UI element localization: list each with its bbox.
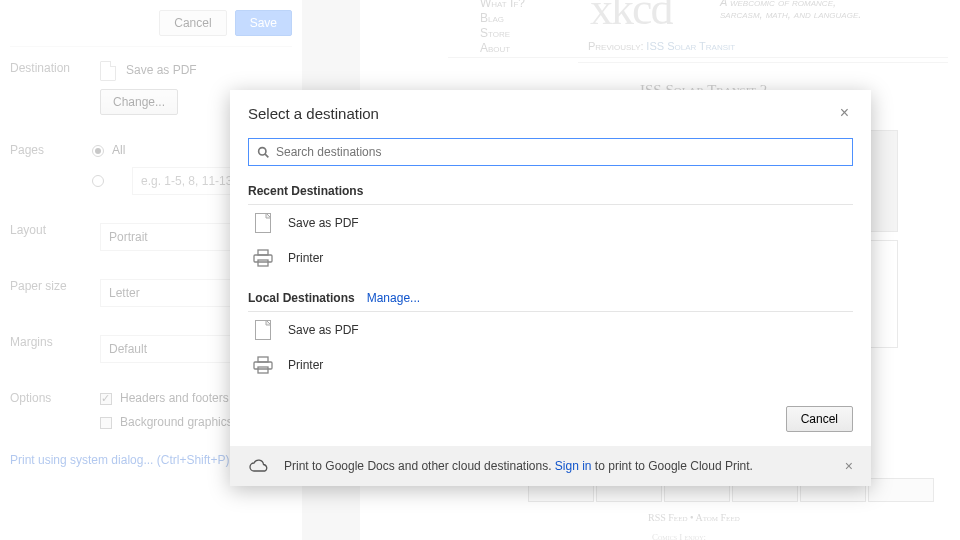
- search-input[interactable]: [270, 143, 844, 161]
- cloud-print-bar: Print to Google Docs and other cloud des…: [230, 446, 871, 486]
- svg-rect-4: [254, 255, 272, 262]
- dest-save-as-pdf-local[interactable]: Save as PDF: [248, 312, 853, 348]
- cloud-text-post: to print to Google Cloud Print.: [592, 459, 753, 473]
- pdf-icon: [252, 213, 274, 233]
- svg-rect-7: [258, 357, 268, 362]
- dest-printer[interactable]: Printer: [248, 241, 853, 275]
- printer-icon: [252, 356, 274, 374]
- cancel-button[interactable]: Cancel: [786, 406, 853, 432]
- svg-rect-3: [258, 250, 268, 255]
- svg-line-1: [265, 154, 268, 157]
- cloud-text-pre: Print to Google Docs and other cloud des…: [284, 459, 555, 473]
- dest-label: Printer: [288, 358, 323, 372]
- svg-rect-5: [258, 260, 268, 266]
- dest-save-as-pdf[interactable]: Save as PDF: [248, 205, 853, 241]
- dest-label: Printer: [288, 251, 323, 265]
- search-field-wrap[interactable]: [248, 138, 853, 166]
- svg-rect-8: [254, 362, 272, 369]
- local-destinations-header: Local DestinationsManage...: [248, 287, 853, 312]
- close-icon[interactable]: ×: [845, 458, 853, 474]
- close-icon[interactable]: ×: [836, 104, 853, 122]
- dest-printer-local[interactable]: Printer: [248, 348, 853, 382]
- svg-rect-9: [258, 367, 268, 373]
- select-destination-dialog: Select a destination × Recent Destinatio…: [230, 90, 871, 486]
- dest-label: Save as PDF: [288, 323, 359, 337]
- search-icon: [257, 146, 270, 159]
- dialog-title: Select a destination: [248, 105, 379, 122]
- printer-icon: [252, 249, 274, 267]
- manage-link[interactable]: Manage...: [367, 291, 420, 305]
- svg-point-0: [259, 147, 266, 154]
- pdf-icon: [252, 320, 274, 340]
- sign-in-link[interactable]: Sign in: [555, 459, 592, 473]
- recent-destinations-header: Recent Destinations: [248, 180, 853, 205]
- cloud-icon: [248, 458, 270, 474]
- dest-label: Save as PDF: [288, 216, 359, 230]
